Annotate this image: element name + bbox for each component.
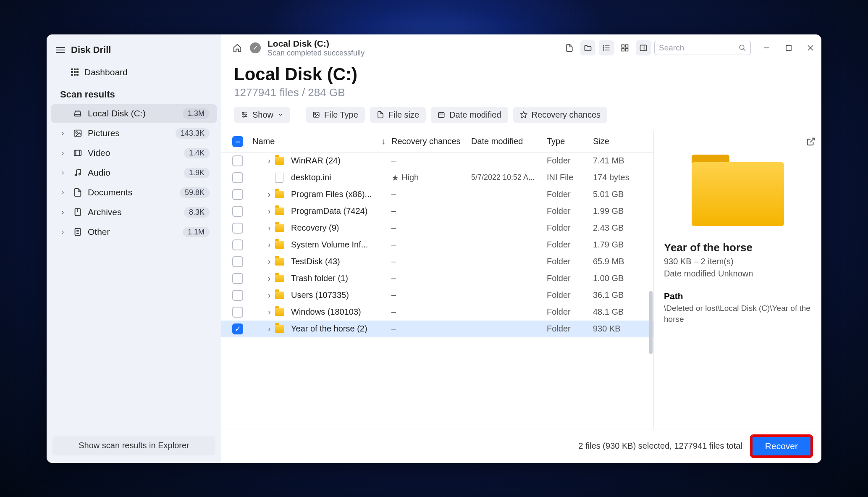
column-date[interactable]: Date modified bbox=[471, 137, 547, 146]
expand-chevron-icon[interactable]: › bbox=[263, 223, 275, 233]
file-size-filter[interactable]: File size bbox=[370, 107, 426, 123]
column-name[interactable]: Name ↓ bbox=[248, 137, 391, 146]
recover-button[interactable]: Recover bbox=[751, 435, 812, 457]
select-all-checkbox[interactable]: – bbox=[232, 136, 243, 147]
file-type: Folder bbox=[547, 307, 593, 317]
breadcrumb-subtitle: Scan completed successfully bbox=[267, 49, 365, 58]
table-area: – Name ↓ Recovery chances Date modified … bbox=[221, 131, 821, 429]
minimize-button[interactable] bbox=[762, 43, 772, 53]
search-input[interactable]: Search bbox=[654, 41, 751, 55]
file-name: Year of the horse (2) bbox=[288, 324, 391, 334]
file-name: desktop.ini bbox=[288, 173, 391, 182]
column-type[interactable]: Type bbox=[547, 137, 593, 146]
hamburger-icon[interactable] bbox=[56, 47, 65, 53]
grid-view-button[interactable] bbox=[617, 40, 632, 55]
table-row[interactable]: ›Trash folder (1)–Folder1.00 GB bbox=[221, 270, 653, 287]
sidebar-item-picture[interactable]: ›Pictures143.3K bbox=[51, 124, 217, 143]
expand-chevron-icon[interactable]: › bbox=[263, 206, 275, 216]
row-checkbox[interactable] bbox=[232, 172, 243, 183]
expand-chevron-icon[interactable]: › bbox=[263, 156, 275, 166]
file-view-button[interactable] bbox=[562, 40, 577, 55]
row-checkbox[interactable] bbox=[232, 223, 243, 234]
sidebar-item-audio[interactable]: ›Audio1.9K bbox=[51, 163, 217, 182]
file-size: 36.1 GB bbox=[593, 290, 648, 300]
show-in-explorer-button[interactable]: Show scan results in Explorer bbox=[52, 436, 215, 455]
table-row[interactable]: ›System Volume Inf...–Folder1.79 GB bbox=[221, 237, 653, 253]
dashboard-nav[interactable]: Dashboard bbox=[47, 60, 221, 83]
file-size: 1.00 GB bbox=[593, 273, 648, 283]
ini-file-icon bbox=[275, 173, 283, 183]
search-icon bbox=[739, 44, 746, 52]
sort-descending-icon: ↓ bbox=[381, 137, 385, 146]
expand-chevron-icon[interactable]: › bbox=[263, 290, 275, 300]
expand-chevron-icon[interactable]: › bbox=[263, 189, 275, 199]
row-checkbox[interactable] bbox=[232, 189, 243, 200]
sidebar-item-disk[interactable]: ›Local Disk (C:)1.3M bbox=[51, 104, 217, 123]
svg-point-18 bbox=[603, 47, 604, 48]
table-row[interactable]: ›TestDisk (43)–Folder65.9 MB bbox=[221, 253, 653, 270]
folder-icon bbox=[275, 258, 284, 266]
count-badge: 8.3K bbox=[184, 207, 210, 218]
expand-chevron-icon[interactable]: › bbox=[263, 324, 275, 334]
row-checkbox[interactable] bbox=[232, 307, 243, 318]
panel-toggle-button[interactable] bbox=[636, 40, 651, 55]
row-checkbox[interactable] bbox=[232, 239, 243, 250]
file-type: Folder bbox=[547, 273, 593, 283]
scrollbar[interactable] bbox=[649, 291, 653, 354]
sidebar-item-document[interactable]: ›Documents59.8K bbox=[51, 183, 217, 202]
table-row[interactable]: ›Program Files (x86)...–Folder5.01 GB bbox=[221, 186, 653, 203]
expand-chevron-icon[interactable]: › bbox=[263, 240, 275, 250]
svg-point-39 bbox=[315, 113, 316, 115]
folder-icon bbox=[584, 44, 592, 52]
chevron-right-icon: › bbox=[62, 169, 68, 176]
expand-chevron-icon[interactable]: › bbox=[263, 257, 275, 266]
table-body[interactable]: ›WinRAR (24)–Folder7.41 MBdesktop.ini★ H… bbox=[221, 153, 653, 429]
column-size[interactable]: Size bbox=[593, 137, 648, 146]
row-checkbox[interactable] bbox=[232, 206, 243, 217]
file-type-filter[interactable]: File Type bbox=[306, 107, 365, 123]
table-row[interactable]: desktop.ini★ High5/7/2022 10:52 A...INI … bbox=[221, 169, 653, 186]
home-button[interactable] bbox=[230, 40, 245, 55]
details-path: \Deleted or lost\Local Disk (C)\Year of … bbox=[664, 303, 811, 325]
recovery-chance: – bbox=[391, 257, 471, 266]
row-checkbox[interactable] bbox=[232, 273, 243, 284]
sidebar-item-other[interactable]: ›Other1.1M bbox=[51, 223, 217, 242]
show-filter-button[interactable]: Show bbox=[234, 107, 290, 123]
popout-button[interactable] bbox=[806, 137, 816, 146]
maximize-button[interactable] bbox=[784, 43, 794, 53]
svg-marker-44 bbox=[520, 112, 527, 118]
folder-view-button[interactable] bbox=[580, 40, 595, 55]
table-row[interactable]: ›Users (107335)–Folder36.1 GB bbox=[221, 287, 653, 304]
table-row[interactable]: ›Windows (180103)–Folder48.1 GB bbox=[221, 304, 653, 321]
expand-chevron-icon[interactable]: › bbox=[263, 273, 275, 283]
archive-icon bbox=[73, 208, 83, 217]
sidebar-item-video[interactable]: ›Video1.4K bbox=[51, 144, 217, 163]
table-row[interactable]: ✓›Year of the horse (2)–Folder930 KB bbox=[221, 321, 653, 337]
close-icon bbox=[807, 45, 814, 51]
date-modified-filter[interactable]: Date modified bbox=[431, 107, 508, 123]
table-row[interactable]: ›WinRAR (24)–Folder7.41 MB bbox=[221, 153, 653, 169]
row-checkbox[interactable]: ✓ bbox=[232, 323, 243, 334]
row-checkbox[interactable] bbox=[232, 155, 243, 166]
file-name: WinRAR (24) bbox=[288, 156, 391, 166]
row-checkbox[interactable] bbox=[232, 256, 243, 267]
sidebar-header: Disk Drill bbox=[47, 39, 221, 60]
file-name: Program Files (x86)... bbox=[288, 189, 391, 199]
close-button[interactable] bbox=[805, 43, 816, 53]
footer: 2 files (930 KB) selected, 1277941 files… bbox=[221, 429, 821, 463]
table-row[interactable]: ›ProgramData (7424)–Folder1.99 GB bbox=[221, 203, 653, 220]
svg-rect-24 bbox=[640, 45, 647, 50]
picture-icon bbox=[312, 111, 320, 118]
column-recovery[interactable]: Recovery chances bbox=[391, 137, 471, 146]
file-type: Folder bbox=[547, 324, 593, 334]
table-row[interactable]: ›Recovery (9)–Folder2.43 GB bbox=[221, 220, 653, 237]
home-icon bbox=[233, 43, 242, 53]
folder-preview-icon bbox=[692, 155, 784, 226]
maximize-icon bbox=[786, 45, 792, 51]
list-view-button[interactable] bbox=[599, 40, 614, 55]
expand-chevron-icon[interactable]: › bbox=[263, 307, 275, 317]
recovery-chances-filter[interactable]: Recovery chances bbox=[513, 107, 608, 123]
sidebar-item-archive[interactable]: ›Archives8.3K bbox=[51, 203, 217, 222]
file-type: Folder bbox=[547, 189, 593, 199]
row-checkbox[interactable] bbox=[232, 290, 243, 301]
